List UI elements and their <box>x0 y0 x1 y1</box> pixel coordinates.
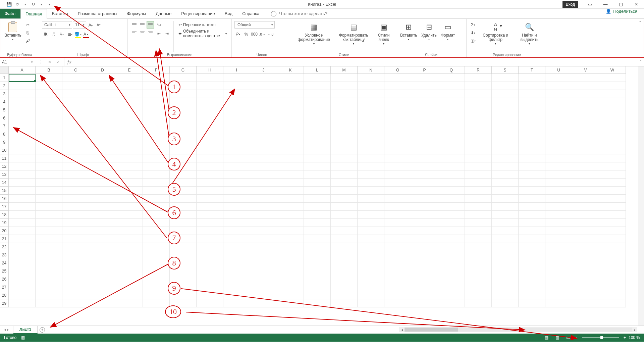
row-header[interactable]: 12 <box>0 162 9 170</box>
borders-icon[interactable]: ▦▾ <box>66 31 73 38</box>
cell[interactable] <box>545 203 572 211</box>
cell[interactable] <box>411 211 438 219</box>
cell[interactable] <box>411 251 438 259</box>
cell[interactable] <box>304 74 331 82</box>
cell[interactable] <box>62 235 89 243</box>
tab-file[interactable]: Файл <box>0 9 20 18</box>
cell[interactable] <box>599 267 626 275</box>
cell[interactable] <box>170 203 197 211</box>
cell[interactable] <box>143 283 170 291</box>
cell[interactable] <box>9 146 36 154</box>
cell[interactable] <box>519 259 545 267</box>
cell[interactable] <box>492 82 519 90</box>
cell[interactable] <box>572 130 599 138</box>
cell[interactable] <box>9 106 36 114</box>
cell[interactable] <box>599 291 626 299</box>
cell[interactable] <box>599 130 626 138</box>
cell[interactable] <box>250 162 277 170</box>
cell[interactable] <box>143 203 170 211</box>
cell[interactable] <box>143 291 170 299</box>
cell[interactable] <box>492 203 519 211</box>
cell[interactable] <box>143 259 170 267</box>
cell[interactable] <box>572 154 599 162</box>
currency-icon[interactable]: ₽▾ <box>234 31 242 38</box>
cell[interactable] <box>331 211 358 219</box>
cell[interactable] <box>384 235 411 243</box>
cell[interactable] <box>223 259 250 267</box>
cell[interactable] <box>358 146 384 154</box>
cell[interactable] <box>197 187 223 195</box>
normal-view-icon[interactable]: ▦ <box>543 335 551 341</box>
cell[interactable] <box>331 74 358 82</box>
cell[interactable] <box>89 162 116 170</box>
cell[interactable] <box>358 251 384 259</box>
wrap-text-button[interactable]: ↩ Переносить текст <box>176 21 229 29</box>
cell[interactable] <box>223 299 250 307</box>
row-header[interactable]: 14 <box>0 179 9 187</box>
cell[interactable] <box>116 130 143 138</box>
increase-indent-icon[interactable]: ⇥ <box>163 30 171 37</box>
cell[interactable] <box>197 106 223 114</box>
cell[interactable] <box>89 227 116 235</box>
cell[interactable] <box>170 74 197 82</box>
tab-help[interactable]: Справка <box>237 9 264 18</box>
cell[interactable] <box>304 98 331 106</box>
cell[interactable] <box>143 146 170 154</box>
cell[interactable] <box>250 267 277 275</box>
cell[interactable] <box>304 291 331 299</box>
cell[interactable] <box>492 146 519 154</box>
cell[interactable] <box>89 299 116 307</box>
cell[interactable] <box>519 98 545 106</box>
cell[interactable] <box>358 74 384 82</box>
cell[interactable] <box>572 146 599 154</box>
cell[interactable] <box>465 130 492 138</box>
cell[interactable] <box>9 179 36 187</box>
cell[interactable] <box>519 162 545 170</box>
cell[interactable] <box>250 130 277 138</box>
cell[interactable] <box>89 267 116 275</box>
cell[interactable] <box>572 114 599 122</box>
cell[interactable] <box>411 203 438 211</box>
cell[interactable] <box>545 122 572 130</box>
cell[interactable] <box>465 146 492 154</box>
cell[interactable] <box>572 74 599 82</box>
cell[interactable] <box>438 235 465 243</box>
cell[interactable] <box>384 219 411 227</box>
cell[interactable] <box>599 195 626 203</box>
cell[interactable] <box>438 187 465 195</box>
cell[interactable] <box>36 130 62 138</box>
cell[interactable] <box>358 130 384 138</box>
increase-decimal-icon[interactable]: .0→ <box>259 31 266 38</box>
cell[interactable] <box>599 122 626 130</box>
cell[interactable] <box>572 195 599 203</box>
cell[interactable] <box>599 154 626 162</box>
cell[interactable] <box>411 154 438 162</box>
column-header[interactable]: T <box>519 66 545 74</box>
cell[interactable] <box>9 283 36 291</box>
cell[interactable] <box>36 243 62 251</box>
cell[interactable] <box>438 195 465 203</box>
cell[interactable] <box>36 170 62 179</box>
page-layout-view-icon[interactable]: ▥ <box>553 335 561 341</box>
cell[interactable] <box>223 106 250 114</box>
cell[interactable] <box>384 299 411 307</box>
cell[interactable] <box>438 275 465 283</box>
cell[interactable] <box>519 195 545 203</box>
cell[interactable] <box>143 122 170 130</box>
cell[interactable] <box>89 179 116 187</box>
cell[interactable] <box>384 291 411 299</box>
align-right-icon[interactable] <box>147 29 154 37</box>
cell[interactable] <box>143 130 170 138</box>
cell[interactable] <box>197 130 223 138</box>
cell[interactable] <box>116 90 143 98</box>
cell[interactable] <box>36 211 62 219</box>
cell[interactable] <box>599 251 626 259</box>
cell[interactable] <box>250 291 277 299</box>
cell[interactable] <box>411 283 438 291</box>
cell[interactable] <box>9 243 36 251</box>
decrease-decimal-icon[interactable]: ←.0 <box>267 31 274 38</box>
cell[interactable] <box>492 98 519 106</box>
cell[interactable] <box>545 98 572 106</box>
cell[interactable] <box>304 90 331 98</box>
cell[interactable] <box>519 179 545 187</box>
